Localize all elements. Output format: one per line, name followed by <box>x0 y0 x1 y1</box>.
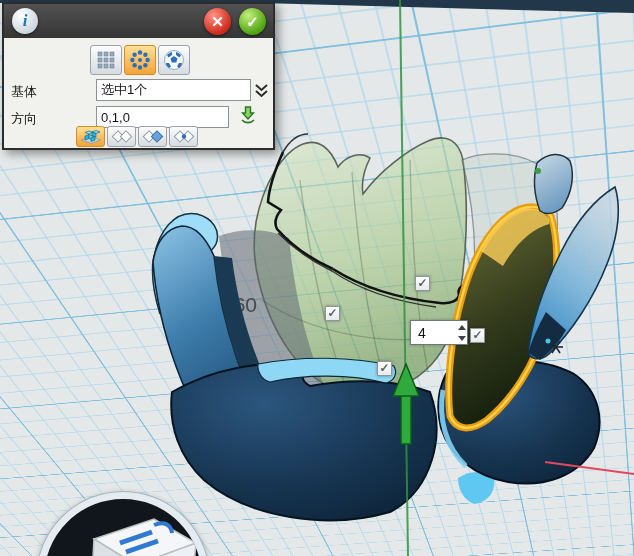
cubes-icon <box>79 128 103 145</box>
cancel-button[interactable]: ✕ <box>204 8 231 35</box>
linear-pattern-icon <box>95 49 117 71</box>
info-icon: i <box>12 8 38 34</box>
face-pattern-icon <box>163 49 185 71</box>
spin-down-button[interactable] <box>456 334 467 342</box>
instance-toggle-checkbox[interactable]: ✓ <box>415 276 430 291</box>
spin-up-icon <box>458 325 466 330</box>
dialog-titlebar[interactable]: i ✕ ✓ <box>4 4 273 38</box>
two-diamonds-icon <box>110 128 134 145</box>
check-mark: ✓ <box>472 328 482 342</box>
pattern-dialog: i ✕ ✓ <box>2 2 275 150</box>
circular-pattern-button[interactable] <box>124 45 156 75</box>
diamond-blue-icon <box>141 128 165 145</box>
pattern-mode-toolbar <box>76 126 198 147</box>
ok-button[interactable]: ✓ <box>239 8 266 35</box>
spin-up-button[interactable] <box>456 323 467 331</box>
datum-point-marker <box>546 339 551 344</box>
base-field-label: 基体 <box>11 83 37 101</box>
diamonds-dot-icon <box>172 128 196 145</box>
diamonds-white-mode-button[interactable] <box>107 126 136 147</box>
count-spinner <box>410 320 468 345</box>
face-pattern-button[interactable] <box>158 45 190 75</box>
chevron-double-down-icon[interactable] <box>254 83 269 103</box>
diamonds-blue-mode-button[interactable] <box>138 126 167 147</box>
vertex-point-marker[interactable] <box>535 168 541 174</box>
direction-input[interactable] <box>96 106 229 128</box>
back-petal-tip[interactable] <box>535 154 573 213</box>
count-input[interactable] <box>411 321 454 344</box>
check-mark: ✓ <box>379 361 389 375</box>
geometry-mode-button[interactable] <box>76 126 105 147</box>
instance-toggle-checkbox[interactable]: ✓ <box>470 328 485 343</box>
instance-toggle-checkbox[interactable]: ✓ <box>377 361 392 376</box>
pick-direction-icon[interactable] <box>239 105 257 129</box>
direction-field-label: 方向 <box>11 110 37 128</box>
circular-pattern-icon <box>129 49 151 71</box>
spin-down-icon <box>458 336 466 341</box>
check-mark: ✓ <box>417 276 427 290</box>
check-mark: ✓ <box>327 306 337 320</box>
instance-toggle-checkbox[interactable]: ✓ <box>325 306 340 321</box>
pattern-type-toolbar <box>90 45 190 75</box>
cad-application-window: { "window": { "background_color": "#e4e8… <box>0 0 634 556</box>
diamonds-dot-mode-button[interactable] <box>169 126 198 147</box>
base-selection-input[interactable] <box>96 79 251 101</box>
linear-pattern-button[interactable] <box>90 45 122 75</box>
